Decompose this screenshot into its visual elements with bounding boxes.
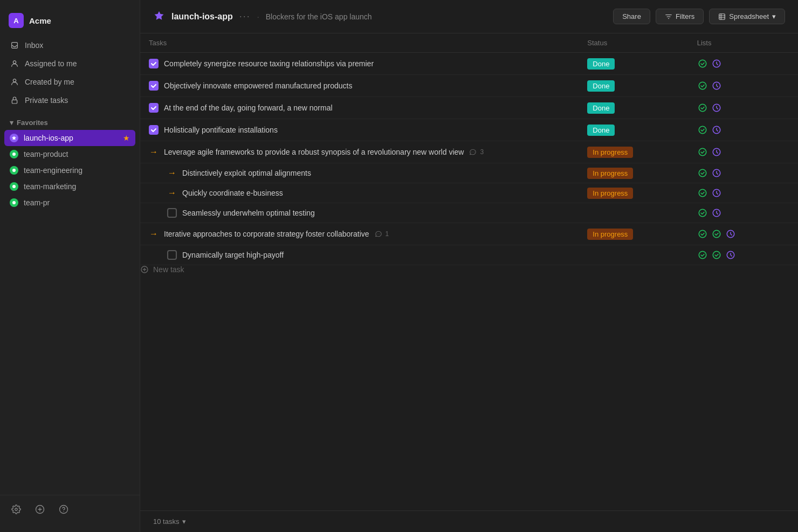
list-icon-purple[interactable] — [725, 250, 736, 260]
table-row[interactable]: →Quickly coordinate e-businessIn progres… — [140, 183, 798, 203]
workspace-header[interactable]: A Acme — [0, 9, 140, 37]
sidebar-item-team-pr[interactable]: team-pr — [4, 195, 135, 211]
project-dot-icon — [10, 134, 18, 142]
list-icon-purple[interactable] — [711, 102, 722, 113]
sidebar: A Acme Inbox Assigned to me — [0, 0, 140, 532]
task-check-empty[interactable] — [167, 250, 177, 260]
favorites-label: Favorites — [17, 119, 48, 127]
task-cell-status: Done — [579, 53, 688, 75]
sidebar-item-team-marketing[interactable]: team-marketing — [4, 178, 135, 195]
list-icon-green[interactable] — [697, 125, 708, 135]
status-badge-done: Done — [587, 80, 615, 92]
list-icon-green[interactable] — [697, 208, 708, 218]
list-icon-purple[interactable] — [711, 168, 722, 178]
list-icon-green[interactable] — [711, 250, 722, 260]
sidebar-item-team-engineering[interactable]: team-engineering — [4, 162, 135, 178]
table-row[interactable]: →Leverage agile frameworks to provide a … — [140, 141, 798, 163]
task-name: Quickly coordinate e-business — [182, 189, 283, 197]
task-check-done[interactable] — [149, 81, 159, 91]
list-icon-purple[interactable] — [725, 229, 736, 239]
svg-point-31 — [713, 251, 720, 259]
list-icon-green[interactable] — [697, 147, 708, 157]
task-check-done[interactable] — [149, 125, 159, 135]
table-row[interactable]: →Iterative approaches to corporate strat… — [140, 223, 798, 245]
sidebar-item-assigned[interactable]: Assigned to me — [4, 55, 135, 72]
task-check-arrow[interactable]: → — [149, 147, 159, 157]
list-icon-green[interactable] — [697, 80, 708, 91]
status-badge-progress: In progress — [587, 168, 633, 179]
spreadsheet-button[interactable]: Spreadsheet ▾ — [709, 9, 785, 24]
svg-point-23 — [699, 189, 706, 197]
table-row[interactable]: Dynamically target high-payoff — [140, 245, 798, 265]
table-row[interactable]: Completely synergize resource taxing rel… — [140, 53, 798, 75]
sidebar-item-launch-ios-app-label: launch-ios-app — [24, 134, 73, 142]
svg-point-28 — [713, 230, 720, 238]
table-row[interactable]: →Distinctively exploit optimal alignment… — [140, 163, 798, 183]
team-dot-icon — [10, 150, 18, 158]
task-cell-status: In progress — [579, 141, 688, 163]
new-task-row: New task — [140, 265, 798, 274]
svg-point-27 — [699, 230, 706, 238]
list-icon-green[interactable] — [697, 58, 708, 69]
sidebar-item-launch-ios-app[interactable]: launch-ios-app ★ — [4, 130, 135, 146]
sidebar-item-private[interactable]: Private tasks — [4, 92, 135, 109]
task-check-arrow[interactable]: → — [149, 229, 159, 239]
topbar-menu-dots[interactable]: ··· — [239, 11, 251, 22]
list-icon-green[interactable] — [697, 229, 708, 239]
task-cell-name: Objectively innovate empowered manufactu… — [140, 75, 579, 97]
table-row[interactable]: At the end of the day, going forward, a … — [140, 97, 798, 119]
task-cell-lists — [689, 119, 798, 141]
filters-button[interactable]: Filters — [656, 9, 704, 24]
sidebar-item-team-product[interactable]: team-product — [4, 146, 135, 162]
list-icon-green[interactable] — [697, 250, 708, 260]
new-task-button[interactable]: New task — [140, 265, 798, 274]
svg-point-0 — [13, 61, 16, 64]
task-cell-status: In progress — [579, 183, 688, 203]
task-cell-lists — [689, 203, 798, 223]
sidebar-item-created[interactable]: Created by me — [4, 73, 135, 91]
task-check-arrow[interactable]: → — [167, 168, 177, 178]
task-name: Completely synergize resource taxing rel… — [164, 59, 374, 68]
filters-label: Filters — [676, 12, 694, 20]
tasks-count-chevron[interactable]: ▾ — [182, 517, 186, 526]
task-check-empty[interactable] — [167, 208, 177, 218]
list-icon-green[interactable] — [711, 229, 722, 239]
list-icon-green[interactable] — [697, 168, 708, 178]
svg-point-7 — [15, 508, 18, 511]
favorites-header[interactable]: ▾ Favorites — [4, 115, 135, 130]
task-cell-lists — [689, 53, 798, 75]
task-check-arrow[interactable]: → — [167, 188, 177, 198]
svg-point-15 — [699, 104, 706, 112]
table-row[interactable]: Objectively innovate empowered manufactu… — [140, 75, 798, 97]
list-icon-purple[interactable] — [711, 58, 722, 69]
person-created-icon — [10, 77, 19, 87]
status-badge-done: Done — [587, 58, 615, 70]
task-check-done[interactable] — [149, 59, 159, 68]
sidebar-item-inbox[interactable]: Inbox — [4, 37, 135, 54]
help-button[interactable] — [56, 502, 71, 517]
person-icon — [10, 59, 19, 68]
list-icon-purple[interactable] — [711, 188, 722, 198]
list-icon-purple[interactable] — [711, 208, 722, 218]
star-icon: ★ — [123, 134, 130, 142]
task-cell-status: In progress — [579, 223, 688, 245]
task-cell-lists — [689, 163, 798, 183]
list-icon-purple[interactable] — [711, 147, 722, 157]
share-button[interactable]: Share — [613, 9, 650, 24]
svg-point-19 — [699, 148, 706, 156]
task-cell-name: At the end of the day, going forward, a … — [140, 97, 579, 119]
settings-button[interactable] — [9, 502, 24, 517]
table-row[interactable]: Seamlessly underwhelm optimal testing — [140, 203, 798, 223]
status-badge-done: Done — [587, 102, 615, 114]
list-icon-green[interactable] — [697, 102, 708, 113]
task-check-done[interactable] — [149, 103, 159, 113]
sidebar-item-team-engineering-label: team-engineering — [24, 166, 82, 175]
list-icon-purple[interactable] — [711, 80, 722, 91]
list-icon-purple[interactable] — [711, 125, 722, 135]
task-name: Iterative approaches to corporate strate… — [164, 230, 369, 238]
topbar: launch-ios-app ··· · Blockers for the iO… — [140, 0, 798, 33]
task-cell-name: Seamlessly underwhelm optimal testing — [140, 203, 579, 223]
table-row[interactable]: Holistically pontificate installationsDo… — [140, 119, 798, 141]
list-icon-green[interactable] — [697, 188, 708, 198]
add-button[interactable] — [32, 502, 47, 517]
